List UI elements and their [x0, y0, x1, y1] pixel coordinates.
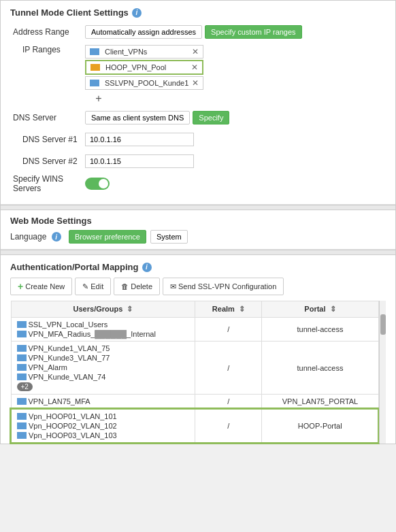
- user-icon: [17, 398, 27, 405]
- wins-toggle[interactable]: [85, 178, 110, 190]
- user-icon: [17, 432, 27, 439]
- wins-label: Specify WINS Servers: [10, 174, 85, 193]
- user-icon: [17, 331, 27, 337]
- user-entry: Vpn_HOOP01_VLAN_101: [17, 412, 189, 420]
- user-entry: Vpn_HOOP03_VLAN_103: [17, 431, 189, 439]
- dns1-label: DNS Server #1: [10, 135, 85, 144]
- email-icon: ✉: [170, 282, 176, 291]
- user-entry: VPN_LAN75_MFA: [17, 397, 190, 405]
- user-entry: VPN_Alarm: [17, 363, 190, 371]
- web-mode-title: Web Mode Settings: [10, 216, 386, 226]
- users-sort-icon[interactable]: ⇕: [127, 305, 133, 314]
- auto-assign-button[interactable]: Automatically assign addresses: [85, 25, 202, 39]
- language-label: Language i: [10, 232, 65, 242]
- realm-sort-icon[interactable]: ⇕: [239, 305, 245, 314]
- ip-range-item-selected[interactable]: HOOP_VPN_Pool ✕: [85, 60, 203, 75]
- ip-range-remove-2[interactable]: ✕: [191, 63, 198, 72]
- edit-icon: ✎: [82, 282, 88, 291]
- create-new-button[interactable]: + Create New: [10, 278, 72, 295]
- browser-pref-button[interactable]: Browser preference: [69, 230, 146, 244]
- user-entry: SSL_VPN_Local_Users: [17, 320, 190, 329]
- ip-range-icon-3: [90, 80, 99, 86]
- user-entry: Vpn_HOOP02_VLAN_102: [17, 422, 189, 430]
- trash-icon: 🗑: [121, 282, 129, 290]
- table-row[interactable]: VPN_Kunde1_VLAN_75 VPN_Kunde3_VLAN_77 VP…: [11, 342, 378, 395]
- dns2-label: DNS Server #2: [10, 156, 85, 166]
- user-icon: [17, 321, 27, 328]
- language-info-icon[interactable]: i: [52, 232, 61, 242]
- ip-ranges-list: Client_VPNs ✕ HOOP_VPN_Pool ✕ SSLVPN_POO…: [85, 45, 203, 90]
- auth-toolbar: + Create New ✎ Edit 🗑 Delete ✉ Send SSL-…: [10, 278, 386, 295]
- ip-ranges-label: IP Ranges: [10, 45, 85, 54]
- dns-specify-button[interactable]: Specify: [193, 111, 229, 124]
- user-icon: [17, 373, 27, 380]
- ip-range-icon-2: [90, 64, 100, 71]
- user-entry: VPN_Kunde_VLAN_74: [17, 373, 190, 381]
- dns-same-button[interactable]: Same as client system DNS: [85, 111, 190, 124]
- user-icon: [17, 345, 27, 352]
- user-icon: [17, 422, 27, 429]
- more-badge: +2: [17, 382, 33, 391]
- user-icon: [17, 413, 27, 420]
- portal-sort-icon[interactable]: ⇕: [330, 305, 336, 314]
- user-icon: [17, 354, 27, 361]
- auth-portal-title: Authentication/Portal Mapping i: [10, 262, 386, 272]
- col-users-header: Users/Groups ⇕: [11, 301, 195, 318]
- auth-portal-info-icon[interactable]: i: [142, 263, 152, 272]
- tunnel-mode-title: Tunnel Mode Client Settings i: [10, 7, 386, 18]
- tunnel-mode-info-icon[interactable]: i: [132, 8, 142, 18]
- ip-range-item[interactable]: Client_VPNs ✕: [85, 45, 203, 59]
- col-realm-header: Realm ⇕: [195, 301, 262, 318]
- dns1-input[interactable]: [85, 133, 194, 146]
- scrollbar[interactable]: [379, 301, 386, 444]
- user-entry: VPN_Kunde3_VLAN_77: [17, 354, 190, 362]
- edit-button[interactable]: ✎ Edit: [75, 278, 111, 295]
- user-entry: VPN_Kunde1_VLAN_75: [17, 344, 190, 352]
- col-portal-header: Portal ⇕: [262, 301, 378, 318]
- create-plus-icon: +: [18, 281, 23, 292]
- user-icon: [17, 364, 27, 371]
- table-row[interactable]: SSL_VPN_Local_Users VPN_MFA_Radius_█████…: [11, 318, 378, 342]
- send-config-button[interactable]: ✉ Send SSL-VPN Configuration: [163, 278, 284, 295]
- dns2-input[interactable]: [85, 154, 194, 168]
- user-entry: VPN_MFA_Radius_██████_Internal: [17, 330, 190, 338]
- ip-range-remove-3[interactable]: ✕: [192, 78, 199, 88]
- ip-range-remove-1[interactable]: ✕: [192, 47, 199, 56]
- address-range-label: Address Range: [10, 27, 85, 37]
- ip-range-icon-1: [90, 48, 99, 55]
- ip-range-item-3[interactable]: SSLVPN_POOL_Kunde1 ✕: [85, 76, 203, 90]
- mapping-table: Users/Groups ⇕ Realm ⇕ Portal ⇕: [10, 301, 379, 444]
- system-lang-button[interactable]: System: [150, 230, 188, 244]
- add-ip-range-button[interactable]: +: [85, 93, 112, 105]
- table-row[interactable]: VPN_LAN75_MFA / VPN_LAN75_PORTAL: [11, 395, 378, 410]
- delete-button[interactable]: 🗑 Delete: [114, 278, 160, 295]
- specify-custom-button[interactable]: Specify custom IP ranges: [205, 25, 302, 39]
- dns-server-label: DNS Server: [10, 113, 85, 122]
- table-row-highlighted[interactable]: Vpn_HOOP01_VLAN_101 Vpn_HOOP02_VLAN_102 …: [11, 409, 378, 443]
- scrollbar-thumb[interactable]: [380, 314, 386, 335]
